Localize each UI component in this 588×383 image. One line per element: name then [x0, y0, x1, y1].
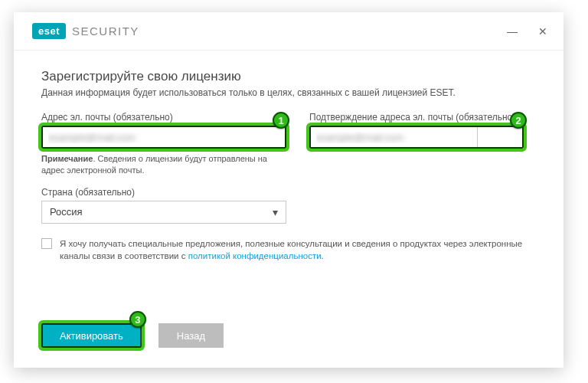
- email-label: Адрес эл. почты (обязательно): [41, 112, 286, 123]
- content-area: Зарегистрируйте свою лицензию Данная инф…: [14, 51, 564, 323]
- email-confirm-field-group: Подтверждение адреса эл. почты (обязател…: [309, 112, 524, 176]
- email-note: Примечание. Сведения о лицензии будут от…: [41, 153, 286, 176]
- note-label: Примечание: [41, 154, 93, 163]
- brand: eset SECURITY: [32, 23, 139, 39]
- titlebar: eset SECURITY — ✕: [14, 12, 564, 51]
- close-button[interactable]: ✕: [534, 23, 551, 40]
- consent-checkbox[interactable]: [41, 238, 52, 249]
- email-confirm-label: Подтверждение адреса эл. почты (обязател…: [309, 112, 524, 123]
- window-controls: — ✕: [504, 23, 551, 40]
- highlight-2: 2: [309, 126, 524, 149]
- app-window: eset SECURITY — ✕ Зарегистрируйте свою л…: [14, 12, 564, 368]
- minimize-button[interactable]: —: [504, 23, 521, 40]
- email-row: Адрес эл. почты (обязательно) 1 Примечан…: [41, 112, 536, 176]
- page-subtitle: Данная информация будет использоваться т…: [41, 87, 536, 98]
- consent-row: Я хочу получать специальные предложения,…: [41, 237, 536, 263]
- activate-button[interactable]: Активировать: [41, 323, 142, 348]
- privacy-policy-link[interactable]: политикой конфиденциальности: [188, 251, 322, 260]
- country-field-group: Страна (обязательно) Россия ▾: [41, 187, 536, 224]
- page-title: Зарегистрируйте свою лицензию: [41, 69, 536, 84]
- country-value: Россия: [50, 206, 83, 218]
- consent-text: Я хочу получать специальные предложения,…: [60, 237, 536, 263]
- brand-name: SECURITY: [72, 25, 139, 38]
- country-select[interactable]: Россия ▾: [41, 201, 286, 224]
- email-confirm-input[interactable]: [309, 126, 478, 149]
- footer: Активировать 3 Назад: [14, 323, 564, 368]
- email-field-group: Адрес эл. почты (обязательно) 1 Примечан…: [41, 112, 286, 176]
- email-input[interactable]: [41, 126, 286, 149]
- country-label: Страна (обязательно): [41, 187, 536, 198]
- chevron-down-icon: ▾: [273, 206, 278, 218]
- back-button[interactable]: Назад: [158, 323, 224, 348]
- consent-text-b: .: [322, 251, 324, 260]
- brand-logo: eset: [32, 23, 66, 39]
- highlight-3: Активировать 3: [41, 323, 142, 348]
- highlight-1: 1: [41, 126, 286, 149]
